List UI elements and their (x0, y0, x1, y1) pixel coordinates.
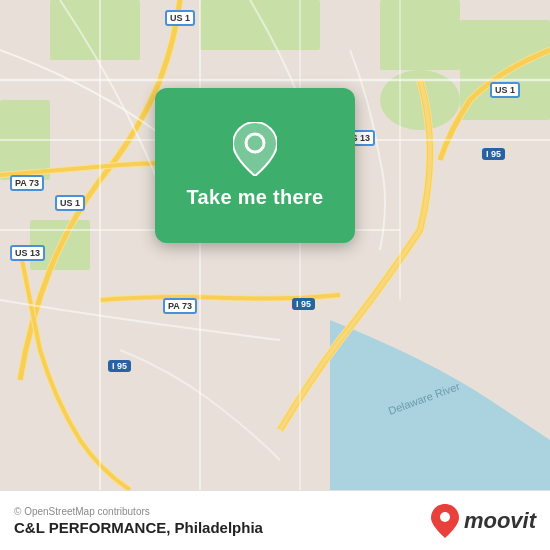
location-title: C&L PERFORMANCE, Philadelphia (14, 519, 263, 536)
moovit-logo: moovit (431, 504, 536, 538)
take-me-there-button[interactable]: Take me there (187, 186, 324, 209)
map-svg: Delaware River (0, 0, 550, 490)
location-pin-icon (233, 122, 277, 176)
svg-rect-2 (200, 0, 320, 50)
badge-us1-right: US 1 (490, 82, 520, 98)
map-container: Delaware River (0, 0, 550, 490)
badge-us13-btm: US 13 (10, 245, 45, 261)
svg-rect-3 (380, 0, 460, 70)
badge-i95-right: I 95 (482, 148, 505, 160)
badge-pa73-left: PA 73 (10, 175, 44, 191)
card-overlay: Take me there (155, 88, 355, 243)
location-info: © OpenStreetMap contributors C&L PERFORM… (14, 506, 263, 536)
badge-i95-btm: I 95 (108, 360, 131, 372)
moovit-logo-text: moovit (464, 508, 536, 534)
badge-us1-top: US 1 (165, 10, 195, 26)
badge-i95-mid: I 95 (292, 298, 315, 310)
badge-us1-mid: US 1 (55, 195, 85, 211)
svg-point-17 (440, 512, 450, 522)
badge-pa73-btm: PA 73 (163, 298, 197, 314)
attribution-text: © OpenStreetMap contributors (14, 506, 263, 517)
moovit-pin-icon (431, 504, 459, 538)
svg-rect-1 (50, 0, 140, 60)
bottom-bar: © OpenStreetMap contributors C&L PERFORM… (0, 490, 550, 550)
